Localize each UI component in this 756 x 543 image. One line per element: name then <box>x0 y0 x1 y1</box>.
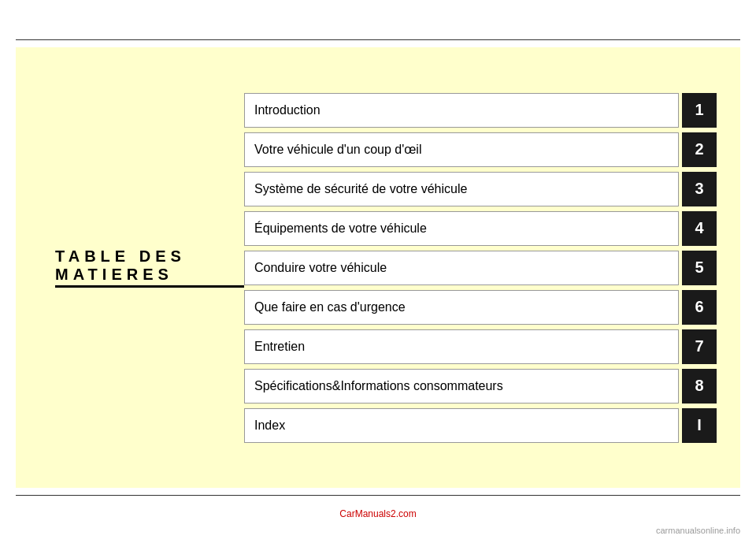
toc-item-label: Système de sécurité de votre véhicule <box>244 172 679 206</box>
toc-item-number: 3 <box>682 172 717 206</box>
toc-item[interactable]: Équipements de votre véhicule4 <box>244 211 717 246</box>
toc-item[interactable]: Que faire en cas d'urgence6 <box>244 290 717 325</box>
toc-item[interactable]: Spécifications&Informations consommateur… <box>244 369 717 404</box>
toc-item-label: Spécifications&Informations consommateur… <box>244 369 679 404</box>
toc-list: Introduction1Votre véhicule d'un coup d'… <box>244 93 717 443</box>
toc-item-label: Conduire votre véhicule <box>244 251 679 285</box>
toc-item[interactable]: Votre véhicule d'un coup d'œil2 <box>244 132 717 167</box>
table-of-contents-title: TABLE DES MATIERES <box>55 247 244 288</box>
bottom-rule <box>16 495 740 496</box>
watermark: carmanualsonline.info <box>656 526 740 535</box>
toc-item-label: Que faire en cas d'urgence <box>244 290 679 325</box>
toc-item[interactable]: Système de sécurité de votre véhicule3 <box>244 172 717 206</box>
main-content: TABLE DES MATIERES Introduction1Votre vé… <box>16 47 740 488</box>
toc-item-number: 5 <box>682 251 717 285</box>
toc-item[interactable]: Conduire votre véhicule5 <box>244 251 717 285</box>
toc-item-label: Votre véhicule d'un coup d'œil <box>244 132 679 167</box>
toc-item-number: 7 <box>682 329 717 364</box>
toc-item-number: 6 <box>682 290 717 325</box>
toc-item-label: Équipements de votre véhicule <box>244 211 679 246</box>
toc-item-label: Introduction <box>244 93 679 128</box>
left-title-area: TABLE DES MATIERES <box>39 247 244 288</box>
toc-item[interactable]: Introduction1 <box>244 93 717 128</box>
footer-url: CarManuals2.com <box>0 508 756 519</box>
toc-item-number: 4 <box>682 211 717 246</box>
toc-item[interactable]: Entretien7 <box>244 329 717 364</box>
toc-item-number: I <box>682 408 717 443</box>
toc-item-number: 8 <box>682 369 717 404</box>
toc-item-number: 2 <box>682 132 717 167</box>
toc-item-label: Entretien <box>244 329 679 364</box>
top-rule <box>16 39 740 40</box>
toc-item[interactable]: IndexI <box>244 408 717 443</box>
toc-item-label: Index <box>244 408 679 443</box>
toc-item-number: 1 <box>682 93 717 128</box>
